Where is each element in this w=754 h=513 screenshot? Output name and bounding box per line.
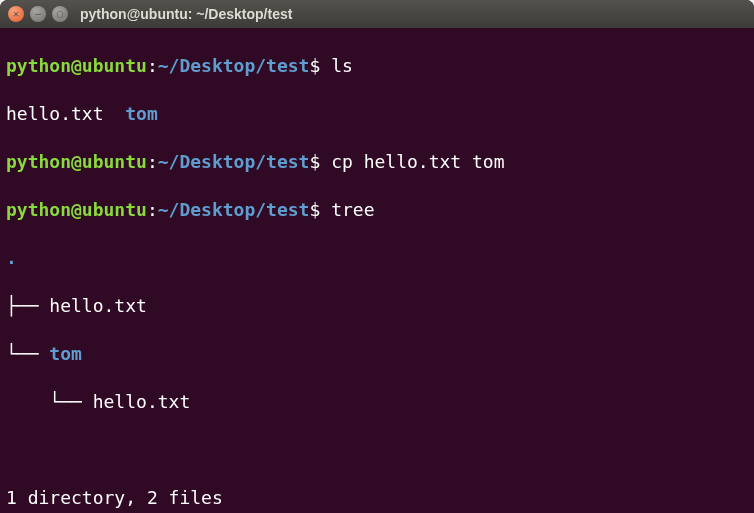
prompt-line: python@ubuntu:~/Desktop/test$ ls (6, 54, 748, 78)
command: cp hello.txt tom (320, 151, 504, 172)
tree-line: └── hello.txt (6, 390, 748, 414)
output-line: hello.txt tom (6, 102, 748, 126)
command: ls (320, 55, 353, 76)
titlebar: ✕ – ▢ python@ubuntu: ~/Desktop/test (0, 0, 754, 28)
terminal-window: ✕ – ▢ python@ubuntu: ~/Desktop/test pyth… (0, 0, 754, 513)
prompt-line: python@ubuntu:~/Desktop/test$ cp hello.t… (6, 150, 748, 174)
command: tree (320, 199, 374, 220)
prompt-user: python@ubuntu (6, 55, 147, 76)
maximize-icon[interactable]: ▢ (52, 6, 68, 22)
close-icon[interactable]: ✕ (8, 6, 24, 22)
blank-line (6, 438, 748, 462)
dir-name: tom (125, 103, 158, 124)
terminal-output[interactable]: python@ubuntu:~/Desktop/test$ ls hello.t… (0, 28, 754, 513)
tree-line: ├── hello.txt (6, 294, 748, 318)
tree-line: └── tom (6, 342, 748, 366)
prompt-path: ~/Desktop/test (158, 55, 310, 76)
window-title: python@ubuntu: ~/Desktop/test (80, 2, 292, 26)
tree-root: . (6, 246, 748, 270)
window-controls: ✕ – ▢ (8, 6, 68, 22)
prompt-line: python@ubuntu:~/Desktop/test$ tree (6, 198, 748, 222)
minimize-icon[interactable]: – (30, 6, 46, 22)
tree-summary: 1 directory, 2 files (6, 486, 748, 510)
